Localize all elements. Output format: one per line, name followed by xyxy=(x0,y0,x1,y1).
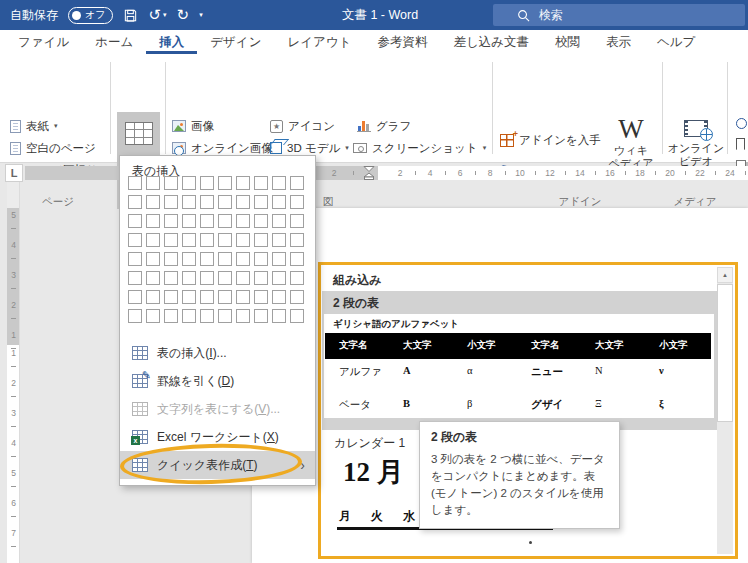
search-box[interactable]: 検索 xyxy=(493,4,745,26)
menu-item-insert-table[interactable]: 表の挿入(I)... xyxy=(120,339,315,367)
grid-cell[interactable] xyxy=(164,309,178,323)
grid-cell[interactable] xyxy=(272,252,286,266)
grid-cell[interactable] xyxy=(146,309,160,323)
grid-cell[interactable] xyxy=(272,176,286,190)
tab-insert[interactable]: 挿入 xyxy=(146,30,197,54)
tab-design[interactable]: デザイン xyxy=(197,30,274,54)
grid-cell[interactable] xyxy=(254,252,268,266)
undo-chevron-icon[interactable]: ▾ xyxy=(163,11,167,19)
grid-cell[interactable] xyxy=(182,233,196,247)
grid-cell[interactable] xyxy=(218,176,232,190)
tab-view[interactable]: 表示 xyxy=(593,30,644,54)
picture-button[interactable]: 画像 xyxy=(172,116,214,136)
chart-button[interactable]: グラフ xyxy=(357,116,411,136)
grid-cell[interactable] xyxy=(236,233,250,247)
grid-cell[interactable] xyxy=(146,252,160,266)
grid-cell[interactable] xyxy=(254,176,268,190)
redo-button[interactable]: ↻ xyxy=(177,8,190,23)
grid-cell[interactable] xyxy=(254,290,268,304)
grid-cell[interactable] xyxy=(200,252,214,266)
grid-cell[interactable] xyxy=(164,290,178,304)
undo-button[interactable]: ↺ xyxy=(148,8,161,23)
grid-cell[interactable] xyxy=(182,214,196,228)
grid-cell[interactable] xyxy=(182,252,196,266)
grid-cell[interactable] xyxy=(272,195,286,209)
online-video-button[interactable]: オンライン ビデオ xyxy=(666,112,726,168)
link-icon[interactable] xyxy=(736,116,748,130)
bookmark-icon[interactable] xyxy=(736,138,748,152)
grid-cell[interactable] xyxy=(236,309,250,323)
grid-cell[interactable] xyxy=(272,214,286,228)
wikipedia-button[interactable]: W ウィキ ペディア xyxy=(602,114,660,170)
grid-cell[interactable] xyxy=(290,252,304,266)
grid-cell[interactable] xyxy=(182,271,196,285)
grid-cell[interactable] xyxy=(236,176,250,190)
grid-cell[interactable] xyxy=(254,309,268,323)
grid-cell[interactable] xyxy=(182,290,196,304)
grid-cell[interactable] xyxy=(236,195,250,209)
grid-cell[interactable] xyxy=(290,271,304,285)
grid-cell[interactable] xyxy=(254,271,268,285)
tab-references[interactable]: 参考資料 xyxy=(364,30,440,54)
quick-toolbar-chevron-icon[interactable]: ▾ xyxy=(199,11,203,19)
grid-cell[interactable] xyxy=(236,252,250,266)
grid-cell[interactable] xyxy=(218,214,232,228)
grid-cell[interactable] xyxy=(218,233,232,247)
grid-cell[interactable] xyxy=(200,309,214,323)
menu-item-draw-table[interactable]: ✎ 罫線を引く(D) xyxy=(120,367,315,395)
grid-cell[interactable] xyxy=(272,271,286,285)
grid-cell[interactable] xyxy=(128,214,142,228)
screenshot-button[interactable]: スクリーンショット ▾ xyxy=(353,138,486,158)
grid-cell[interactable] xyxy=(128,271,142,285)
grid-cell[interactable] xyxy=(146,176,160,190)
grid-cell[interactable] xyxy=(182,309,196,323)
grid-cell[interactable] xyxy=(218,290,232,304)
scroll-up-icon[interactable]: ▲ xyxy=(717,267,733,283)
grid-cell[interactable] xyxy=(200,214,214,228)
grid-cell[interactable] xyxy=(128,290,142,304)
grid-cell[interactable] xyxy=(290,176,304,190)
grid-cell[interactable] xyxy=(218,195,232,209)
grid-cell[interactable] xyxy=(236,290,250,304)
grid-cell[interactable] xyxy=(272,309,286,323)
grid-cell[interactable] xyxy=(164,176,178,190)
tab-file[interactable]: ファイル xyxy=(5,30,82,54)
tab-layout[interactable]: レイアウト xyxy=(274,30,364,54)
grid-cell[interactable] xyxy=(200,195,214,209)
grid-cell[interactable] xyxy=(146,233,160,247)
grid-cell[interactable] xyxy=(146,290,160,304)
grid-cell[interactable] xyxy=(218,271,232,285)
grid-cell[interactable] xyxy=(200,233,214,247)
grid-cell[interactable] xyxy=(290,195,304,209)
grid-cell[interactable] xyxy=(218,309,232,323)
gallery-item-double-table[interactable]: 2 段の表 ギリシャ語のアルファベット 文字名大文字小文字文字名大文字小文字アル… xyxy=(322,291,717,430)
grid-cell[interactable] xyxy=(182,176,196,190)
grid-cell[interactable] xyxy=(200,290,214,304)
tab-help[interactable]: ヘルプ xyxy=(644,30,708,54)
grid-cell[interactable] xyxy=(164,195,178,209)
blank-page-button[interactable]: 空白のページ xyxy=(10,138,96,158)
grid-cell[interactable] xyxy=(218,252,232,266)
grid-cell[interactable] xyxy=(128,309,142,323)
grid-cell[interactable] xyxy=(164,214,178,228)
grid-cell[interactable] xyxy=(236,271,250,285)
grid-cell[interactable] xyxy=(128,233,142,247)
grid-cell[interactable] xyxy=(128,195,142,209)
grid-cell[interactable] xyxy=(254,214,268,228)
menu-item-excel-spreadsheet[interactable]: x Excel ワークシート(X) xyxy=(120,423,315,451)
grid-cell[interactable] xyxy=(236,214,250,228)
flyout-scrollbar[interactable]: ▲ xyxy=(717,267,733,554)
tab-selector[interactable]: L xyxy=(5,164,23,182)
grid-cell[interactable] xyxy=(146,271,160,285)
grid-cell[interactable] xyxy=(272,233,286,247)
tab-mailings[interactable]: 差し込み文書 xyxy=(440,30,542,54)
grid-cell[interactable] xyxy=(164,233,178,247)
grid-cell[interactable] xyxy=(290,233,304,247)
vertical-ruler[interactable]: 543211234567 xyxy=(7,182,20,563)
grid-cell[interactable] xyxy=(254,233,268,247)
scrollbar-thumb[interactable] xyxy=(717,284,733,422)
save-icon[interactable] xyxy=(123,8,138,23)
get-addins-button[interactable]: アドインを入手 xyxy=(500,130,601,150)
grid-cell[interactable] xyxy=(128,176,142,190)
grid-cell[interactable] xyxy=(146,214,160,228)
